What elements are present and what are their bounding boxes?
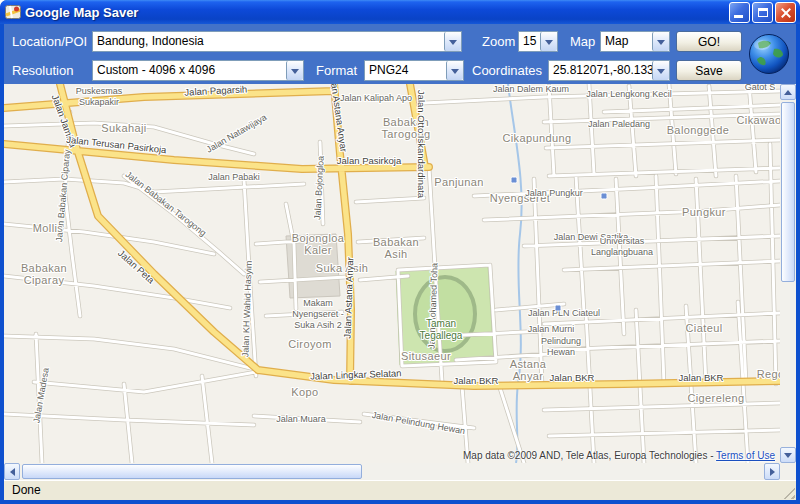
- titlebar[interactable]: Google Map Saver: [0, 0, 800, 24]
- globe-icon: [748, 33, 790, 75]
- resolution-dropdown-button[interactable]: [286, 61, 303, 80]
- close-icon: [781, 8, 791, 18]
- chevron-down-icon: [545, 40, 553, 49]
- save-image-button[interactable]: Save Image: [676, 60, 742, 81]
- scroll-up-button[interactable]: [780, 84, 796, 100]
- map-label: Universitas: [600, 236, 645, 246]
- map-type-dropdown-button[interactable]: [652, 32, 669, 51]
- terms-of-use-link[interactable]: Terms of Use: [716, 450, 775, 461]
- map-label: Babakan: [21, 262, 67, 274]
- chevron-down-icon: [657, 69, 665, 78]
- map-label: Jalan Dalem Kaum: [493, 84, 569, 94]
- map-label: Ciateul: [685, 322, 722, 334]
- map-label: Puskesmas: [76, 86, 123, 96]
- map-label: Babakan: [373, 236, 419, 248]
- triangle-left-icon: [6, 468, 15, 476]
- map-label: Tegallega: [420, 330, 463, 341]
- zoom-value[interactable]: 15: [519, 32, 540, 51]
- format-label: Format: [316, 60, 357, 81]
- map-label: Suka Asih 2: [294, 320, 342, 330]
- map-label: Jalan PLN Ciateul: [528, 308, 600, 318]
- chevron-down-icon: [291, 69, 299, 78]
- horizontal-scroll-track[interactable]: [20, 463, 764, 480]
- map-label: Ciparay: [24, 274, 65, 286]
- map-label: Regol: [757, 368, 780, 380]
- map-label: Makam: [303, 298, 333, 308]
- map-label: Pelindung: [541, 336, 581, 346]
- close-button[interactable]: [775, 2, 796, 23]
- poi-icon[interactable]: [511, 177, 517, 183]
- resize-grip[interactable]: [782, 486, 795, 499]
- map-svg: PuskesmasSukapakirJalan PagarsihJalan Ka…: [4, 84, 780, 463]
- poi-icon[interactable]: [555, 305, 561, 311]
- chevron-down-icon: [449, 40, 457, 49]
- vertical-scroll-track[interactable]: [780, 100, 796, 447]
- coordinates-combo[interactable]: 25.812071,-80.13329: [548, 60, 670, 81]
- coordinates-value[interactable]: 25.812071,-80.13329: [549, 61, 652, 80]
- app-icon: [5, 4, 21, 20]
- vertical-scrollbar[interactable]: [780, 84, 796, 463]
- resolution-combo[interactable]: Custom - 4096 x 4096: [92, 60, 304, 81]
- minimize-icon: [734, 15, 743, 18]
- map-label: Jalan Pasirkoja: [337, 155, 402, 166]
- map-label: Asih: [385, 248, 408, 260]
- vertical-scroll-thumb[interactable]: [781, 102, 795, 282]
- map-label: Jalan Lengkong Kecil: [586, 89, 672, 99]
- horizontal-scroll-thumb[interactable]: [22, 464, 362, 479]
- maximize-button[interactable]: [752, 2, 773, 23]
- zoom-label: Zoom: [482, 31, 515, 52]
- scroll-down-button[interactable]: [780, 447, 796, 463]
- map-label: Cigereleng: [687, 392, 744, 404]
- map-label: Anyar: [513, 370, 544, 382]
- map-viewport[interactable]: PuskesmasSukapakirJalan PagarsihJalan Ka…: [4, 84, 780, 463]
- map-label: Nyengseret -: [292, 309, 344, 319]
- toolbar: Location/POI Bandung, Indonesia Zoom 15 …: [4, 24, 796, 84]
- map-label: Astana: [510, 358, 547, 370]
- map-attribution: Map data ©2009 AND, Tele Atlas, Europa T…: [463, 450, 775, 461]
- map-type-label: Map: [570, 31, 595, 52]
- map-label: Balonggede: [667, 124, 730, 136]
- attribution-text: Map data ©2009 AND, Tele Atlas, Europa T…: [463, 450, 716, 461]
- poi-icon[interactable]: [601, 193, 607, 199]
- status-bar: Done: [4, 480, 796, 500]
- scroll-right-button[interactable]: [764, 463, 780, 480]
- map-label: Cikawao: [737, 114, 781, 126]
- go-button[interactable]: GO!: [676, 31, 742, 52]
- status-text: Done: [12, 483, 41, 497]
- zoom-dropdown-button[interactable]: [540, 32, 557, 51]
- zoom-combo[interactable]: 15: [518, 31, 558, 52]
- format-value[interactable]: PNG24: [365, 61, 446, 80]
- location-dropdown-button[interactable]: [444, 32, 461, 51]
- app-window: Google Map Saver Location/POI Bandung, I…: [0, 0, 800, 504]
- map-label: Gatot S: [745, 84, 776, 92]
- map-label: Panjunan: [434, 176, 484, 188]
- map-label: Jalan Pungkur: [525, 188, 583, 198]
- location-label: Location/POI: [12, 31, 87, 52]
- location-combo[interactable]: Bandung, Indonesia: [92, 31, 462, 52]
- map-label: Bojongloa: [292, 232, 345, 244]
- location-input[interactable]: Bandung, Indonesia: [93, 32, 444, 51]
- map-label: Jalan Paledang: [588, 119, 650, 129]
- map-label: Kaler: [304, 244, 332, 256]
- map-label: Jalan BKR: [550, 372, 595, 383]
- resolution-value[interactable]: Custom - 4096 x 4096: [93, 61, 286, 80]
- map-type-value[interactable]: Map: [601, 32, 652, 51]
- chevron-down-icon: [657, 40, 665, 49]
- map-label: Jalan Murni: [528, 324, 575, 334]
- window-controls: [729, 2, 796, 23]
- map-label: Cikapundung: [502, 132, 571, 144]
- triangle-up-icon: [784, 86, 792, 95]
- map-label: Taman: [426, 318, 456, 329]
- map-type-combo[interactable]: Map: [600, 31, 670, 52]
- coordinates-dropdown-button[interactable]: [652, 61, 669, 80]
- map-label: Jalan Pabaki: [208, 172, 260, 182]
- format-combo[interactable]: PNG24: [364, 60, 464, 81]
- scrollbar-corner: [780, 463, 796, 480]
- horizontal-scrollbar[interactable]: [4, 463, 780, 480]
- maximize-icon: [758, 8, 768, 17]
- minimize-button[interactable]: [729, 2, 750, 23]
- format-dropdown-button[interactable]: [446, 61, 463, 80]
- map-label: Jalan Muara: [276, 414, 326, 424]
- scroll-left-button[interactable]: [4, 463, 20, 480]
- window-title: Google Map Saver: [25, 5, 729, 20]
